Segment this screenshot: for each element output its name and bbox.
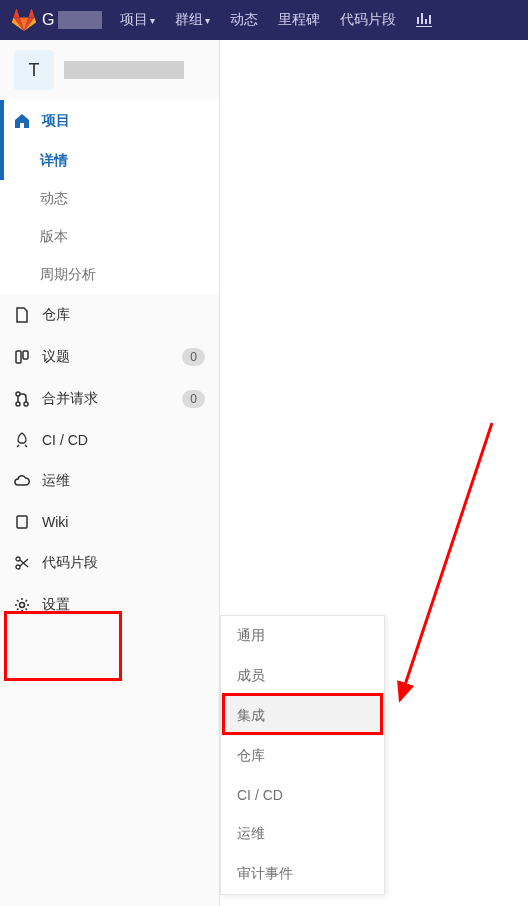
nav-items: 项目 ▾ 群组 ▾ 动态 里程碑 代码片段 (110, 11, 442, 30)
nav-label: 项目 (120, 11, 148, 29)
flyout-label: 集成 (237, 707, 265, 723)
gitlab-logo-icon[interactable] (12, 8, 36, 32)
nav-item-projects[interactable]: 项目 ▾ (110, 11, 165, 29)
sub-label: 动态 (40, 190, 68, 206)
nav-label: 群组 (175, 11, 203, 29)
flyout-label: 成员 (237, 667, 265, 683)
top-navbar: G 项目 ▾ 群组 ▾ 动态 里程碑 代码片段 (0, 0, 528, 40)
rocket-icon (14, 432, 30, 448)
sidebar-label: 运维 (42, 472, 205, 490)
doc-icon (14, 307, 30, 323)
svg-rect-5 (17, 516, 27, 528)
flyout-label: CI / CD (237, 787, 283, 803)
flyout-item-cicd[interactable]: CI / CD (221, 776, 384, 814)
sidebar-label: 设置 (42, 596, 205, 614)
nav-item-snippets[interactable]: 代码片段 (330, 11, 406, 29)
flyout-label: 通用 (237, 627, 265, 643)
svg-point-7 (16, 565, 20, 569)
nav-item-groups[interactable]: 群组 ▾ (165, 11, 220, 29)
brand-name-redacted (58, 11, 102, 29)
sidebar-item-merge-requests[interactable]: 合并请求 0 (0, 378, 219, 420)
sidebar-item-project[interactable]: 项目 (0, 100, 219, 142)
flyout-label: 审计事件 (237, 865, 293, 881)
issues-count-badge: 0 (182, 348, 205, 366)
brand-initial: G (42, 11, 54, 29)
sidebar-item-cicd[interactable]: CI / CD (0, 420, 219, 460)
sub-label: 周期分析 (40, 266, 96, 282)
nav-item-activity[interactable]: 动态 (220, 11, 268, 29)
flyout-item-audit-events[interactable]: 审计事件 (221, 854, 384, 894)
svg-point-6 (16, 557, 20, 561)
svg-point-8 (20, 603, 25, 608)
sidebar-item-wiki[interactable]: Wiki (0, 502, 219, 542)
sidebar: T 项目 详情 动态 版本 周期分析 仓库 (0, 40, 220, 906)
flyout-item-members[interactable]: 成员 (221, 656, 384, 696)
sidebar-item-repository[interactable]: 仓库 (0, 294, 219, 336)
sidebar-item-snippets[interactable]: 代码片段 (0, 542, 219, 584)
sub-item-details[interactable]: 详情 (0, 142, 219, 180)
gear-icon (14, 597, 30, 613)
project-header[interactable]: T (0, 40, 219, 100)
sidebar-label: CI / CD (42, 432, 205, 448)
book-icon (14, 514, 30, 530)
mr-count-badge: 0 (182, 390, 205, 408)
sidebar-label: 仓库 (42, 306, 205, 324)
sidebar-label: 合并请求 (42, 390, 182, 408)
sidebar-label: 项目 (42, 112, 205, 130)
sidebar-label: 代码片段 (42, 554, 205, 572)
svg-rect-1 (23, 351, 28, 359)
sub-label: 详情 (40, 152, 68, 168)
chart-icon (416, 11, 432, 30)
flyout-item-general[interactable]: 通用 (221, 616, 384, 656)
cloud-icon (14, 473, 30, 489)
nav-label: 代码片段 (340, 11, 396, 29)
sub-item-releases[interactable]: 版本 (0, 218, 219, 256)
flyout-item-repository[interactable]: 仓库 (221, 736, 384, 776)
scissors-icon (14, 555, 30, 571)
side-nav: 项目 详情 动态 版本 周期分析 仓库 议题 (0, 100, 219, 626)
settings-flyout: 通用 成员 集成 仓库 CI / CD 运维 审计事件 (220, 615, 385, 895)
flyout-label: 仓库 (237, 747, 265, 763)
sidebar-item-operations[interactable]: 运维 (0, 460, 219, 502)
flyout-label: 运维 (237, 825, 265, 841)
home-icon (14, 113, 30, 129)
sidebar-label: 议题 (42, 348, 182, 366)
flyout-item-integrations[interactable]: 集成 (221, 696, 384, 736)
merge-icon (14, 391, 30, 407)
nav-label: 里程碑 (278, 11, 320, 29)
issues-icon (14, 349, 30, 365)
nav-item-milestones[interactable]: 里程碑 (268, 11, 330, 29)
nav-item-analytics[interactable] (406, 11, 442, 30)
caret-down-icon: ▾ (205, 15, 210, 26)
avatar-letter: T (29, 60, 40, 81)
sidebar-item-issues[interactable]: 议题 0 (0, 336, 219, 378)
flyout-item-operations[interactable]: 运维 (221, 814, 384, 854)
svg-line-10 (400, 423, 492, 700)
caret-down-icon: ▾ (150, 15, 155, 26)
project-avatar: T (14, 50, 54, 90)
sub-item-activity[interactable]: 动态 (0, 180, 219, 218)
svg-rect-0 (16, 351, 21, 363)
sidebar-label: Wiki (42, 514, 205, 530)
sidebar-item-settings[interactable]: 设置 (0, 584, 219, 626)
sub-item-cycle-analytics[interactable]: 周期分析 (0, 256, 219, 294)
svg-point-2 (16, 392, 20, 396)
svg-point-3 (16, 402, 20, 406)
project-name-redacted (64, 61, 184, 79)
project-sub-items: 详情 动态 版本 周期分析 (0, 142, 219, 294)
nav-label: 动态 (230, 11, 258, 29)
svg-point-4 (24, 402, 28, 406)
sub-label: 版本 (40, 228, 68, 244)
